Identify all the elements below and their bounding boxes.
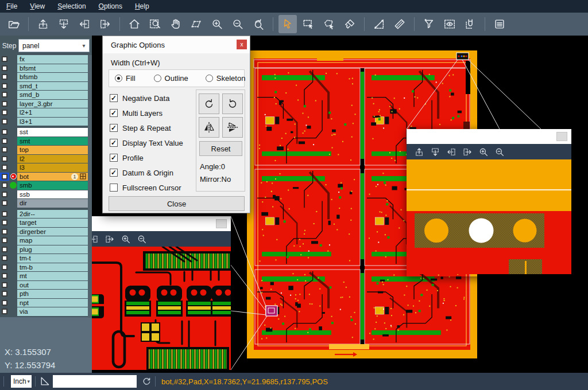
layer-visibility-checkbox[interactable] <box>0 118 9 126</box>
home-icon[interactable] <box>125 15 144 33</box>
angle-tool-icon[interactable] <box>39 376 51 387</box>
checkbox-datum-origin[interactable]: ✓Datum & Origin <box>110 167 173 178</box>
step-up-icon[interactable] <box>34 15 52 33</box>
popup-button[interactable] <box>216 219 227 228</box>
zoom-out-icon[interactable] <box>134 232 149 246</box>
layer-visibility-checkbox[interactable] <box>0 199 9 208</box>
checkbox-profile[interactable]: ✓Profile <box>110 153 144 163</box>
zoom-in-icon[interactable] <box>476 145 491 159</box>
radio-fill[interactable]: Fill <box>115 74 136 83</box>
layer-row-npt[interactable]: npt <box>0 299 92 307</box>
layer-name[interactable]: smd_t <box>17 82 88 91</box>
layer-row-plug[interactable]: plug <box>0 245 92 254</box>
layer-row-sst[interactable]: sst <box>0 128 92 136</box>
reset-button[interactable]: Reset <box>199 141 242 156</box>
layer-name[interactable]: l3+1 <box>17 118 88 126</box>
layer-visibility-checkbox[interactable] <box>0 55 9 64</box>
layer-visibility-checkbox[interactable] <box>0 254 9 263</box>
step-down-icon[interactable] <box>55 15 73 33</box>
zoom-in-icon[interactable] <box>208 15 226 33</box>
layer-name[interactable]: ssb <box>17 190 88 199</box>
layer-name[interactable]: out <box>17 281 88 290</box>
layer-name[interactable]: 2dir-- <box>17 210 88 219</box>
layer-row-mt[interactable]: mt <box>0 272 92 280</box>
menu-item-selection[interactable]: Selection <box>51 0 92 13</box>
menu-item-file[interactable]: File <box>0 0 24 13</box>
layer-row-target[interactable]: target <box>0 219 92 227</box>
layer-visibility-checkbox[interactable] <box>0 290 9 298</box>
layer-row-map[interactable]: map <box>0 236 92 245</box>
checkbox-multi-layers[interactable]: ✓Multi Layers <box>110 108 163 118</box>
layer-name[interactable]: target <box>17 219 88 227</box>
layer-visibility-checkbox[interactable] <box>0 181 9 190</box>
dialog-title-bar[interactable]: Graphic Options x <box>103 36 250 53</box>
layer-visibility-checkbox[interactable] <box>0 137 9 146</box>
layer-name[interactable]: l2+1 <box>17 108 88 117</box>
layer-visibility-checkbox[interactable] <box>0 163 9 172</box>
layers-panel-icon[interactable] <box>490 15 509 33</box>
radio-outline[interactable]: Outline <box>154 74 188 83</box>
layer-visibility-checkbox[interactable] <box>0 64 9 73</box>
layer-name[interactable]: plug <box>17 245 88 254</box>
checkbox-step-repeat[interactable]: ✓Step & Repeat <box>110 123 171 133</box>
layer-name[interactable]: layer_3.gbr <box>17 100 88 108</box>
layer-row-2dir--[interactable]: 2dir-- <box>0 210 92 219</box>
menu-item-view[interactable]: View <box>24 0 51 13</box>
layer-row-l3+1[interactable]: l3+1 <box>0 118 92 126</box>
layer-name[interactable]: dir <box>17 199 88 208</box>
layer-row-tm-b[interactable]: tm-b <box>0 263 92 272</box>
snap-magnet-icon[interactable] <box>461 15 479 33</box>
close-button[interactable]: Close <box>109 196 245 211</box>
zoom-in-icon[interactable] <box>118 232 133 246</box>
layer-name[interactable]: map <box>17 236 88 245</box>
step-left-icon[interactable] <box>444 145 459 159</box>
open-folder-icon[interactable] <box>5 15 23 33</box>
popup-button[interactable] <box>556 132 567 141</box>
layer-visibility-checkbox[interactable] <box>0 228 9 236</box>
layer-row-fx[interactable]: fx <box>0 55 92 64</box>
select-polygon-icon[interactable] <box>320 15 338 33</box>
layer-name[interactable]: top <box>17 146 88 154</box>
close-icon[interactable]: x <box>237 40 247 49</box>
filter-icon[interactable] <box>420 15 438 33</box>
layer-visibility-checkbox[interactable] <box>0 245 9 254</box>
layer-row-l2[interactable]: l2 <box>0 155 92 163</box>
step-right-icon[interactable] <box>96 15 114 33</box>
layer-visibility-checkbox[interactable] <box>0 263 9 272</box>
layer-row-via[interactable]: via <box>0 307 92 316</box>
menu-item-options[interactable]: Options <box>92 0 129 13</box>
flip-vertical-button[interactable] <box>222 117 243 138</box>
layer-row-layer_3.gbr[interactable]: layer_3.gbr <box>0 100 92 108</box>
zoom-object-icon[interactable] <box>187 15 206 33</box>
layer-visibility-checkbox[interactable] <box>0 219 9 227</box>
flip-horizontal-button[interactable] <box>199 117 219 138</box>
layer-visibility-checkbox[interactable] <box>0 307 9 316</box>
zoom-previous-icon[interactable] <box>249 15 268 33</box>
step-right-icon[interactable] <box>102 232 117 246</box>
layer-row-bfsmb[interactable]: bfsmb <box>0 73 92 81</box>
layer-name[interactable]: dirgerber <box>17 228 88 236</box>
layer-visibility-checkbox[interactable] <box>0 272 9 280</box>
radio-skeleton[interactable]: Skeleton <box>206 74 246 83</box>
layer-name[interactable]: smt <box>17 137 88 146</box>
menu-item-help[interactable]: Help <box>129 0 156 13</box>
layer-name[interactable]: l3 <box>17 163 88 172</box>
layer-name[interactable]: bot1 <box>17 173 88 181</box>
pan-hand-icon[interactable] <box>167 15 185 33</box>
step-up-icon[interactable] <box>412 145 427 159</box>
rotate-cw-button[interactable] <box>199 93 219 114</box>
chevron-down-icon[interactable]: ▾ <box>27 379 32 384</box>
refresh-icon[interactable] <box>141 376 152 387</box>
step-right-icon[interactable] <box>460 145 475 159</box>
layer-row-top[interactable]: top <box>0 146 92 154</box>
layer-visibility-checkbox[interactable] <box>0 73 9 81</box>
layer-name[interactable]: mt <box>17 272 88 280</box>
step-down-icon[interactable] <box>428 145 443 159</box>
layer-list-scrollbar[interactable] <box>88 55 92 318</box>
layer-name[interactable]: bfsmb <box>17 73 88 81</box>
step-left-icon[interactable] <box>75 15 94 33</box>
layer-name[interactable]: pth <box>17 290 88 298</box>
layer-visibility-checkbox[interactable] <box>0 155 9 163</box>
layer-row-pth[interactable]: pth <box>0 290 92 298</box>
select-rect-icon[interactable] <box>299 15 318 33</box>
